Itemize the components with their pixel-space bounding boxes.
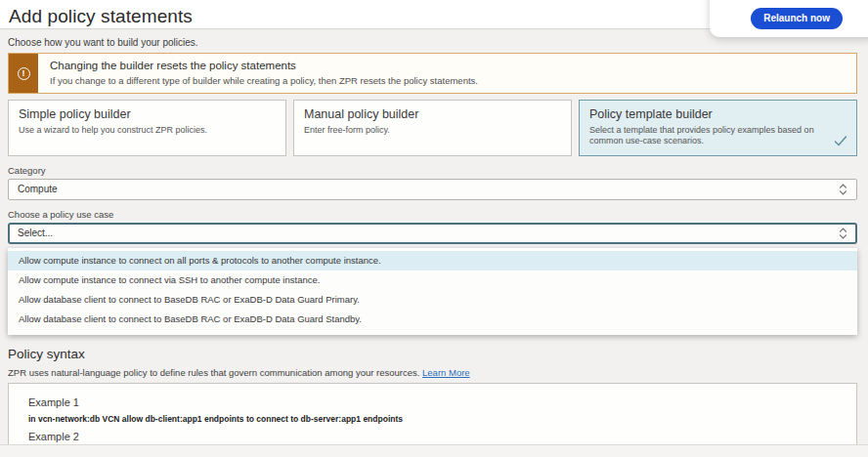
example-label: Example 2 xyxy=(28,431,837,442)
card-description: Select a template that provides policy e… xyxy=(589,125,846,147)
policy-syntax-description: ZPR uses natural-language policy to defi… xyxy=(8,367,857,378)
card-simple-policy-builder[interactable]: Simple policy builder Use a wizard to he… xyxy=(8,100,286,156)
content-area: Choose how you want to build your polici… xyxy=(0,29,868,457)
warning-body: Changing the builder resets the policy s… xyxy=(38,54,490,93)
chevron-updown-icon xyxy=(839,184,847,195)
learn-more-link[interactable]: Learn More xyxy=(422,367,470,378)
warning-iconblock: ! xyxy=(9,54,38,93)
relaunch-now-button[interactable]: Relaunch now xyxy=(751,8,843,29)
example-statement: in vcn-network:db VCN allow db-client:ap… xyxy=(28,414,837,424)
category-select-value: Compute xyxy=(18,184,58,194)
footer-strip xyxy=(0,444,868,457)
warning-title: Changing the builder resets the policy s… xyxy=(50,60,478,71)
warning-description: If you change to a different type of bui… xyxy=(50,75,478,86)
dropdown-option[interactable]: Allow compute instance to connect via SS… xyxy=(8,270,857,290)
category-select[interactable]: Compute xyxy=(8,179,857,200)
example-label: Example 1 xyxy=(28,396,837,408)
use-case-dropdown-panel: Allow compute instance to connect on all… xyxy=(8,248,857,335)
card-title: Manual policy builder xyxy=(304,107,561,121)
use-case-label: Choose a policy use case xyxy=(8,209,857,220)
chevron-updown-icon xyxy=(839,228,847,239)
check-icon xyxy=(834,136,847,146)
policy-syntax-description-text: ZPR uses natural-language policy to defi… xyxy=(8,367,419,378)
use-case-select-value: Select... xyxy=(18,228,53,238)
dropdown-option[interactable]: Allow compute instance to connect on all… xyxy=(8,251,857,270)
builder-cards: Simple policy builder Use a wizard to he… xyxy=(8,100,857,156)
warning-banner: ! Changing the builder resets the policy… xyxy=(8,53,857,94)
category-label: Category xyxy=(8,165,857,176)
relaunch-popup: Relaunch now xyxy=(710,0,868,37)
policy-syntax-heading: Policy syntax xyxy=(8,347,857,361)
use-case-select[interactable]: Select... xyxy=(8,223,857,244)
card-policy-template-builder[interactable]: Policy template builder Select a templat… xyxy=(579,100,857,156)
card-manual-policy-builder[interactable]: Manual policy builder Enter free-form po… xyxy=(293,100,572,156)
card-description: Enter free-form policy. xyxy=(304,125,561,136)
dropdown-option[interactable]: Allow database client to connect to Base… xyxy=(8,290,857,310)
dropdown-option[interactable]: Allow database client to connect to Base… xyxy=(8,310,857,329)
card-description: Use a wizard to help you construct ZPR p… xyxy=(19,125,276,136)
card-title: Policy template builder xyxy=(589,107,846,121)
card-title: Simple policy builder xyxy=(19,107,276,121)
warning-icon: ! xyxy=(18,67,30,80)
